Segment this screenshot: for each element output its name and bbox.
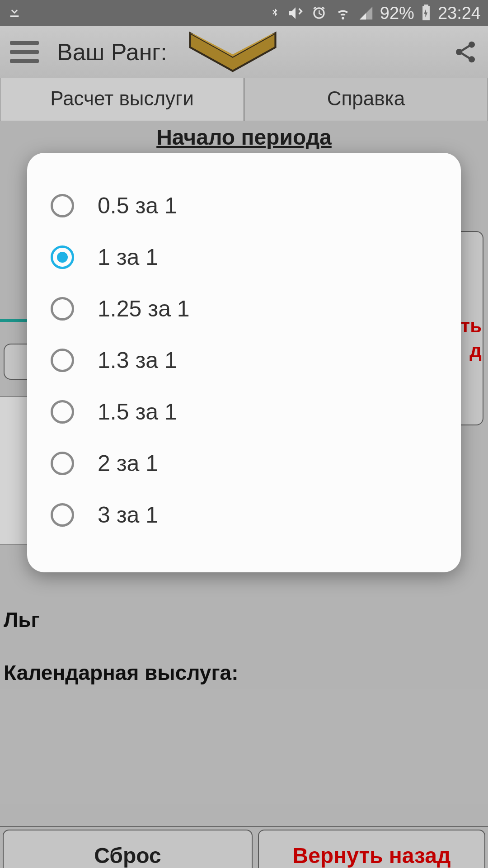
radio-icon <box>51 503 74 527</box>
option-label: 2 за 1 <box>98 450 158 476</box>
option-2[interactable]: 2 за 1 <box>51 438 443 489</box>
bluetooth-icon <box>269 5 281 22</box>
option-label: 1 за 1 <box>98 244 158 270</box>
signal-icon <box>358 5 374 21</box>
partial-box <box>4 344 31 380</box>
radio-icon <box>51 297 74 321</box>
tab-calculation[interactable]: Расчет выслуги <box>0 78 244 121</box>
option-1-3[interactable]: 1.3 за 1 <box>51 335 443 386</box>
tabs: Расчет выслуги Справка <box>0 78 488 121</box>
option-label: 1.25 за 1 <box>98 296 190 322</box>
period-start-label: Начало периода <box>0 125 488 150</box>
radio-icon <box>51 349 74 372</box>
menu-icon[interactable] <box>10 41 39 63</box>
option-1-5[interactable]: 1.5 за 1 <box>51 386 443 438</box>
coefficient-dialog: 0.5 за 1 1 за 1 1.25 за 1 1.3 за 1 1.5 з… <box>27 153 461 572</box>
option-0-5[interactable]: 0.5 за 1 <box>51 180 443 231</box>
reset-button[interactable]: Сброс <box>3 830 253 868</box>
calendar-service-label: Календарная выслуга: <box>0 660 488 685</box>
rank-badge-icon <box>185 29 280 75</box>
app-title: Ваш Ранг: <box>57 38 167 66</box>
option-label: 1.5 за 1 <box>98 399 177 425</box>
option-1-25[interactable]: 1.25 за 1 <box>51 283 443 335</box>
undo-button[interactable]: Вернуть назад <box>258 830 485 868</box>
radio-selected-icon <box>51 245 74 269</box>
app-bar: Ваш Ранг: <box>0 26 488 78</box>
clock-text: 23:24 <box>438 4 481 23</box>
option-3[interactable]: 3 за 1 <box>51 489 443 541</box>
wifi-icon <box>334 5 352 21</box>
bottom-bar: Сброс Вернуть назад <box>0 826 488 868</box>
preferential-label-partial: Льг <box>0 608 488 632</box>
status-bar: 92% 23:24 <box>0 0 488 26</box>
mute-icon <box>287 5 304 22</box>
radio-icon <box>51 452 74 475</box>
partial-red-text: тьд <box>461 314 482 363</box>
battery-percent: 92% <box>380 4 414 23</box>
share-icon[interactable] <box>453 39 478 65</box>
option-label: 0.5 за 1 <box>98 193 177 219</box>
radio-icon <box>51 400 74 424</box>
download-icon <box>7 5 22 24</box>
alarm-icon <box>310 5 328 22</box>
option-1[interactable]: 1 за 1 <box>51 231 443 283</box>
radio-icon <box>51 194 74 217</box>
option-label: 1.3 за 1 <box>98 347 177 373</box>
battery-icon <box>421 5 432 22</box>
option-label: 3 за 1 <box>98 502 158 528</box>
tab-help[interactable]: Справка <box>244 78 488 121</box>
